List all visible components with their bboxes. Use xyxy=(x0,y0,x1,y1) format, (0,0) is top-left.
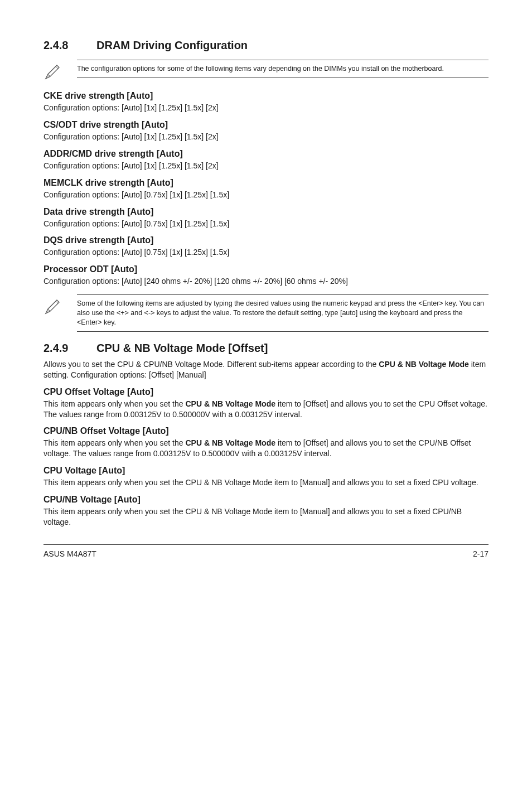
heading-cke: CKE drive strength [Auto] xyxy=(43,91,489,101)
note-block-2: Some of the following items are adjusted… xyxy=(43,294,489,332)
heading-memclk: MEMCLK drive strength [Auto] xyxy=(43,178,489,188)
svg-line-1 xyxy=(56,301,58,303)
heading-cpuoff: CPU Offset Voltage [Auto] xyxy=(43,387,489,397)
section-number: 2.4.8 xyxy=(43,39,96,52)
heading-cpuv: CPU Voltage [Auto] xyxy=(43,466,489,476)
section-number: 2.4.9 xyxy=(43,342,96,355)
heading-cpunboff: CPU/NB Offset Voltage [Auto] xyxy=(43,426,489,436)
section-heading-248: 2.4.8DRAM Driving Configuration xyxy=(43,39,489,52)
intro-bold: CPU & NB Voltage Mode xyxy=(379,360,469,369)
page-footer: ASUS M4A87T 2-17 xyxy=(43,544,489,558)
body-bold: CPU & NB Voltage Mode xyxy=(185,438,275,447)
body-pre: This item appears only when you set the xyxy=(43,399,185,408)
heading-cpunbv: CPU/NB Voltage [Auto] xyxy=(43,495,489,505)
body-dqs: Configuration options: [Auto] [0.75x] [1… xyxy=(43,247,489,258)
footer-left: ASUS M4A87T xyxy=(43,549,96,558)
body-cpuoff: This item appears only when you set the … xyxy=(43,399,489,420)
body-cke: Configuration options: [Auto] [1x] [1.25… xyxy=(43,103,489,113)
intro-249: Allows you to set the CPU & CPU/NB Volta… xyxy=(43,359,489,380)
heading-dqs: DQS drive strength [Auto] xyxy=(43,235,489,245)
svg-line-0 xyxy=(56,66,58,69)
body-pre: This item appears only when you set the xyxy=(43,438,185,447)
section-heading-249: 2.4.9CPU & NB Voltage Mode [Offset] xyxy=(43,342,489,355)
body-cpunbv: This item appears only when you set the … xyxy=(43,506,489,528)
pencil-note-icon xyxy=(43,294,61,318)
intro-pre: Allows you to set the CPU & CPU/NB Volta… xyxy=(43,360,379,369)
heading-addr: ADDR/CMD drive strength [Auto] xyxy=(43,149,489,159)
body-cpuv: This item appears only when you set the … xyxy=(43,477,489,488)
body-data: Configuration options: [Auto] [0.75x] [1… xyxy=(43,219,489,229)
note-text: The configuration options for some of th… xyxy=(77,60,489,78)
body-cpunboff: This item appears only when you set the … xyxy=(43,438,489,459)
body-memclk: Configuration options: [Auto] [0.75x] [1… xyxy=(43,190,489,200)
body-podt: Configuration options: [Auto] [240 ohms … xyxy=(43,276,489,287)
heading-data: Data drive strength [Auto] xyxy=(43,207,489,217)
body-addr: Configuration options: [Auto] [1x] [1.25… xyxy=(43,161,489,171)
section-title: DRAM Driving Configuration xyxy=(96,39,248,51)
body-bold: CPU & NB Voltage Mode xyxy=(185,399,275,408)
pencil-note-icon xyxy=(43,60,61,83)
note-text: Some of the following items are adjusted… xyxy=(77,294,489,332)
document-page: 2.4.8DRAM Driving Configuration The conf… xyxy=(0,0,532,581)
note-block-1: The configuration options for some of th… xyxy=(43,60,489,83)
section-title: CPU & NB Voltage Mode [Offset] xyxy=(96,342,268,354)
footer-right: 2-17 xyxy=(473,549,489,558)
body-csodt: Configuration options: [Auto] [1x] [1.25… xyxy=(43,132,489,142)
heading-podt: Processor ODT [Auto] xyxy=(43,264,489,274)
heading-csodt: CS/ODT drive strength [Auto] xyxy=(43,120,489,130)
